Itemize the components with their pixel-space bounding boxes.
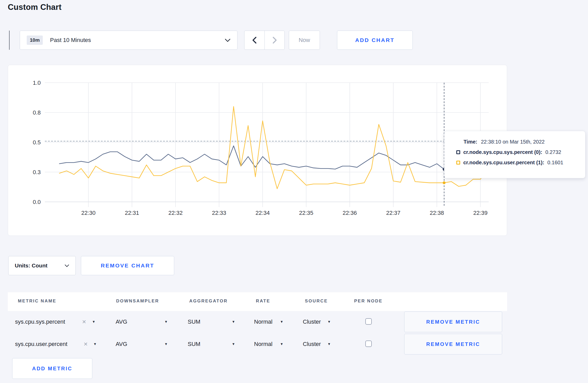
- time-step-group: [244, 31, 285, 50]
- metric-name-select[interactable]: sys.cpu.user.percent: [15, 341, 67, 347]
- downsampler-select[interactable]: AVG: [116, 341, 127, 347]
- source-select[interactable]: Cluster: [303, 318, 321, 325]
- svg-text:0.8: 0.8: [33, 109, 41, 116]
- svg-text:22:33: 22:33: [212, 210, 226, 216]
- remove-metric-button[interactable]: REMOVE METRIC: [404, 334, 502, 354]
- chevron-down-icon: [65, 264, 69, 267]
- svg-text:0.3: 0.3: [33, 169, 41, 175]
- col-header-downsampler: DOWNSAMPLER: [116, 299, 159, 304]
- aggregator-select[interactable]: SUM: [188, 341, 200, 347]
- svg-text:1.0: 1.0: [33, 80, 41, 86]
- tooltip-series-label: cr.node.sys.cpu.sys.percent (0):: [463, 149, 542, 155]
- remove-metric-button[interactable]: REMOVE METRIC: [404, 311, 502, 332]
- time-window-label: Past 10 Minutes: [50, 37, 91, 44]
- col-header-aggregator: AGGREGATOR: [189, 299, 228, 304]
- time-window-badge: 10m: [27, 36, 43, 45]
- svg-text:22:30: 22:30: [81, 210, 95, 216]
- chevron-right-icon: [272, 37, 277, 44]
- metric-caret-icon[interactable]: ▼: [92, 320, 95, 324]
- source-caret-icon[interactable]: ▼: [327, 342, 331, 346]
- chart-card: 0.00.30.50.81.022:3022:3122:3222:3322:34…: [8, 65, 507, 236]
- tooltip-series-value: 0.1601: [547, 160, 563, 166]
- svg-text:22:31: 22:31: [125, 210, 139, 216]
- units-label: Units: Count: [15, 263, 47, 269]
- downsampler-caret-icon[interactable]: ▼: [164, 320, 168, 324]
- add-chart-button[interactable]: ADD CHART: [337, 31, 413, 50]
- page-title: Custom Chart: [8, 3, 61, 12]
- time-back-button[interactable]: [244, 31, 264, 49]
- col-header-source: SOURCE: [305, 299, 328, 304]
- time-window-select[interactable]: 10m Past 10 Minutes: [20, 31, 237, 50]
- time-forward-button[interactable]: [264, 31, 284, 49]
- source-caret-icon[interactable]: ▼: [327, 320, 331, 324]
- svg-text:0.5: 0.5: [33, 139, 41, 146]
- metric-caret-icon[interactable]: ▼: [93, 342, 97, 346]
- now-button[interactable]: Now: [289, 31, 320, 50]
- remove-chart-button[interactable]: REMOVE CHART: [81, 256, 174, 275]
- clear-metric-icon[interactable]: ✕: [83, 341, 88, 347]
- user-series-swatch-icon: [456, 161, 460, 165]
- clear-metric-icon[interactable]: ✕: [82, 319, 86, 325]
- svg-text:22:38: 22:38: [430, 210, 444, 216]
- chevron-left-icon: [252, 37, 257, 44]
- downsampler-select[interactable]: AVG: [116, 318, 127, 325]
- downsampler-caret-icon[interactable]: ▼: [164, 342, 168, 346]
- aggregator-caret-icon[interactable]: ▼: [232, 320, 235, 324]
- aggregator-select[interactable]: SUM: [188, 318, 200, 325]
- per-node-checkbox[interactable]: [365, 341, 372, 347]
- svg-text:22:35: 22:35: [299, 210, 313, 216]
- chevron-down-icon: [225, 39, 230, 42]
- rate-select[interactable]: Normal: [254, 318, 272, 325]
- rate-caret-icon[interactable]: ▼: [280, 342, 283, 346]
- svg-text:22:39: 22:39: [473, 210, 487, 216]
- chart-tooltip: Time: 22:38:10 on Mar 15th, 2022 cr.node…: [444, 131, 585, 178]
- svg-text:22:37: 22:37: [386, 210, 400, 216]
- source-select[interactable]: Cluster: [303, 341, 321, 347]
- svg-text:0.0: 0.0: [33, 199, 41, 205]
- col-header-per-node: PER NODE: [354, 299, 383, 304]
- tooltip-time-value: 22:38:10 on Mar 15th, 2022: [481, 139, 545, 145]
- rate-select[interactable]: Normal: [254, 341, 272, 347]
- svg-text:22:36: 22:36: [342, 210, 357, 216]
- add-metric-button[interactable]: ADD METRIC: [12, 358, 92, 379]
- svg-text:22:34: 22:34: [255, 210, 270, 216]
- col-header-metric-name: METRIC NAME: [18, 299, 57, 304]
- aggregator-caret-icon[interactable]: ▼: [232, 342, 235, 346]
- timeseries-chart[interactable]: 0.00.30.50.81.022:3022:3122:3222:3322:34…: [8, 65, 507, 236]
- tooltip-series-value: 0.2732: [545, 149, 561, 155]
- tooltip-time-label: Time:: [464, 139, 477, 145]
- svg-text:22:32: 22:32: [168, 210, 183, 216]
- rate-caret-icon[interactable]: ▼: [280, 320, 283, 324]
- tooltip-series-label: cr.node.sys.cpu.user.percent (1):: [463, 160, 544, 166]
- col-header-rate: RATE: [256, 299, 270, 304]
- units-select[interactable]: Units: Count: [8, 256, 76, 275]
- metric-name-select[interactable]: sys.cpu.sys.percent: [15, 318, 65, 325]
- per-node-checkbox[interactable]: [365, 318, 372, 325]
- controls-left-divider: [9, 31, 10, 50]
- sys-series-swatch-icon: [456, 150, 460, 154]
